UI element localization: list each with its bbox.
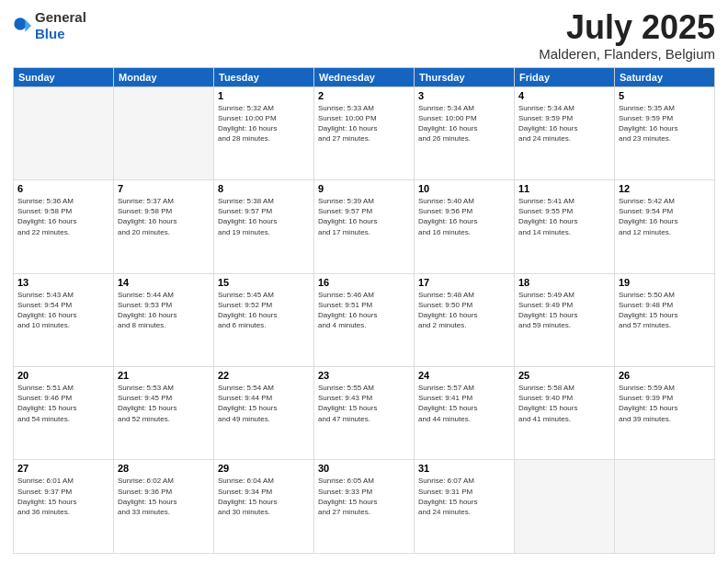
day-info: Sunrise: 5:53 AM Sunset: 9:45 PM Dayligh…	[118, 383, 210, 424]
day-number: 26	[619, 370, 711, 381]
day-cell: 14Sunrise: 5:44 AM Sunset: 9:53 PM Dayli…	[114, 273, 214, 366]
day-info: Sunrise: 5:57 AM Sunset: 9:41 PM Dayligh…	[418, 383, 510, 424]
location-title: Malderen, Flanders, Belgium	[539, 46, 715, 62]
day-info: Sunrise: 5:43 AM Sunset: 9:54 PM Dayligh…	[17, 290, 109, 331]
day-cell: 16Sunrise: 5:46 AM Sunset: 9:51 PM Dayli…	[314, 273, 415, 366]
day-cell: 21Sunrise: 5:53 AM Sunset: 9:45 PM Dayli…	[114, 367, 214, 460]
weekday-header-tuesday: Tuesday	[214, 67, 314, 86]
day-info: Sunrise: 5:33 AM Sunset: 10:00 PM Daylig…	[318, 103, 410, 144]
day-info: Sunrise: 5:36 AM Sunset: 9:58 PM Dayligh…	[17, 196, 109, 237]
day-info: Sunrise: 6:07 AM Sunset: 9:31 PM Dayligh…	[418, 476, 510, 517]
day-number: 30	[318, 463, 410, 474]
day-number: 5	[619, 90, 711, 101]
calendar-table: SundayMondayTuesdayWednesdayThursdayFrid…	[13, 67, 715, 554]
day-info: Sunrise: 5:59 AM Sunset: 9:39 PM Dayligh…	[619, 383, 711, 424]
day-cell: 9Sunrise: 5:39 AM Sunset: 9:57 PM Daylig…	[314, 180, 415, 273]
day-number: 14	[118, 277, 210, 288]
day-cell: 19Sunrise: 5:50 AM Sunset: 9:48 PM Dayli…	[615, 273, 715, 366]
day-cell: 13Sunrise: 5:43 AM Sunset: 9:54 PM Dayli…	[14, 273, 114, 366]
day-cell: 27Sunrise: 6:01 AM Sunset: 9:37 PM Dayli…	[14, 460, 114, 554]
weekday-header-wednesday: Wednesday	[314, 67, 415, 86]
day-info: Sunrise: 5:39 AM Sunset: 9:57 PM Dayligh…	[318, 196, 410, 237]
day-cell: 15Sunrise: 5:45 AM Sunset: 9:52 PM Dayli…	[214, 273, 314, 366]
day-info: Sunrise: 5:44 AM Sunset: 9:53 PM Dayligh…	[118, 290, 210, 331]
day-cell: 12Sunrise: 5:42 AM Sunset: 9:54 PM Dayli…	[615, 180, 715, 273]
day-number: 8	[218, 183, 310, 194]
day-number: 3	[418, 90, 510, 101]
weekday-header-thursday: Thursday	[415, 67, 515, 86]
page: General Blue July 2025 Malderen, Flander…	[0, 0, 728, 563]
weekday-header-row: SundayMondayTuesdayWednesdayThursdayFrid…	[14, 67, 715, 86]
day-cell: 11Sunrise: 5:41 AM Sunset: 9:55 PM Dayli…	[515, 180, 615, 273]
svg-marker-1	[25, 19, 31, 31]
day-info: Sunrise: 6:05 AM Sunset: 9:33 PM Dayligh…	[318, 476, 410, 517]
weekday-header-sunday: Sunday	[14, 67, 114, 86]
day-number: 6	[17, 183, 109, 194]
day-number: 1	[218, 90, 310, 101]
logo-blue: Blue	[35, 26, 65, 41]
day-cell: 18Sunrise: 5:49 AM Sunset: 9:49 PM Dayli…	[515, 273, 615, 366]
day-info: Sunrise: 5:34 AM Sunset: 9:59 PM Dayligh…	[518, 103, 610, 144]
logo: General Blue	[13, 9, 86, 42]
day-cell	[14, 86, 114, 179]
day-cell: 24Sunrise: 5:57 AM Sunset: 9:41 PM Dayli…	[415, 367, 515, 460]
day-cell: 6Sunrise: 5:36 AM Sunset: 9:58 PM Daylig…	[14, 180, 114, 273]
day-cell: 17Sunrise: 5:48 AM Sunset: 9:50 PM Dayli…	[415, 273, 515, 366]
day-info: Sunrise: 5:34 AM Sunset: 10:00 PM Daylig…	[418, 103, 510, 144]
day-info: Sunrise: 5:49 AM Sunset: 9:49 PM Dayligh…	[518, 290, 610, 331]
day-info: Sunrise: 5:38 AM Sunset: 9:57 PM Dayligh…	[218, 196, 310, 237]
day-info: Sunrise: 5:50 AM Sunset: 9:48 PM Dayligh…	[619, 290, 711, 331]
week-row-4: 20Sunrise: 5:51 AM Sunset: 9:46 PM Dayli…	[14, 367, 715, 460]
day-info: Sunrise: 5:55 AM Sunset: 9:43 PM Dayligh…	[318, 383, 410, 424]
day-number: 12	[619, 183, 711, 194]
day-cell: 25Sunrise: 5:58 AM Sunset: 9:40 PM Dayli…	[515, 367, 615, 460]
day-info: Sunrise: 5:35 AM Sunset: 9:59 PM Dayligh…	[619, 103, 711, 144]
header: General Blue July 2025 Malderen, Flander…	[13, 9, 715, 62]
day-number: 22	[218, 370, 310, 381]
day-number: 17	[418, 277, 510, 288]
day-number: 10	[418, 183, 510, 194]
day-info: Sunrise: 5:41 AM Sunset: 9:55 PM Dayligh…	[518, 196, 610, 237]
week-row-1: 1Sunrise: 5:32 AM Sunset: 10:00 PM Dayli…	[14, 86, 715, 179]
svg-point-0	[14, 17, 26, 29]
weekday-header-monday: Monday	[114, 67, 214, 86]
day-cell: 28Sunrise: 6:02 AM Sunset: 9:36 PM Dayli…	[114, 460, 214, 554]
weekday-header-saturday: Saturday	[615, 67, 715, 86]
day-number: 23	[318, 370, 410, 381]
day-number: 15	[218, 277, 310, 288]
week-row-2: 6Sunrise: 5:36 AM Sunset: 9:58 PM Daylig…	[14, 180, 715, 273]
day-info: Sunrise: 5:45 AM Sunset: 9:52 PM Dayligh…	[218, 290, 310, 331]
day-info: Sunrise: 5:54 AM Sunset: 9:44 PM Dayligh…	[218, 383, 310, 424]
day-number: 20	[17, 370, 109, 381]
day-cell: 26Sunrise: 5:59 AM Sunset: 9:39 PM Dayli…	[615, 367, 715, 460]
week-row-3: 13Sunrise: 5:43 AM Sunset: 9:54 PM Dayli…	[14, 273, 715, 366]
day-number: 16	[318, 277, 410, 288]
day-info: Sunrise: 6:02 AM Sunset: 9:36 PM Dayligh…	[118, 476, 210, 517]
day-cell: 23Sunrise: 5:55 AM Sunset: 9:43 PM Dayli…	[314, 367, 415, 460]
day-info: Sunrise: 5:40 AM Sunset: 9:56 PM Dayligh…	[418, 196, 510, 237]
day-info: Sunrise: 5:48 AM Sunset: 9:50 PM Dayligh…	[418, 290, 510, 331]
day-number: 2	[318, 90, 410, 101]
day-cell: 4Sunrise: 5:34 AM Sunset: 9:59 PM Daylig…	[515, 86, 615, 179]
day-number: 11	[518, 183, 610, 194]
day-number: 18	[518, 277, 610, 288]
day-info: Sunrise: 5:51 AM Sunset: 9:46 PM Dayligh…	[17, 383, 109, 424]
day-number: 24	[418, 370, 510, 381]
day-cell	[615, 460, 715, 554]
day-number: 25	[518, 370, 610, 381]
day-info: Sunrise: 5:42 AM Sunset: 9:54 PM Dayligh…	[619, 196, 711, 237]
day-cell: 8Sunrise: 5:38 AM Sunset: 9:57 PM Daylig…	[214, 180, 314, 273]
logo-text: General Blue	[35, 9, 86, 42]
day-info: Sunrise: 5:32 AM Sunset: 10:00 PM Daylig…	[218, 103, 310, 144]
day-info: Sunrise: 5:58 AM Sunset: 9:40 PM Dayligh…	[518, 383, 610, 424]
day-number: 27	[17, 463, 109, 474]
title-block: July 2025 Malderen, Flanders, Belgium	[539, 9, 715, 62]
day-number: 9	[318, 183, 410, 194]
weekday-header-friday: Friday	[515, 67, 615, 86]
day-cell: 30Sunrise: 6:05 AM Sunset: 9:33 PM Dayli…	[314, 460, 415, 554]
day-cell: 3Sunrise: 5:34 AM Sunset: 10:00 PM Dayli…	[415, 86, 515, 179]
day-cell: 20Sunrise: 5:51 AM Sunset: 9:46 PM Dayli…	[14, 367, 114, 460]
day-cell: 5Sunrise: 5:35 AM Sunset: 9:59 PM Daylig…	[615, 86, 715, 179]
day-cell: 2Sunrise: 5:33 AM Sunset: 10:00 PM Dayli…	[314, 86, 415, 179]
day-number: 28	[118, 463, 210, 474]
